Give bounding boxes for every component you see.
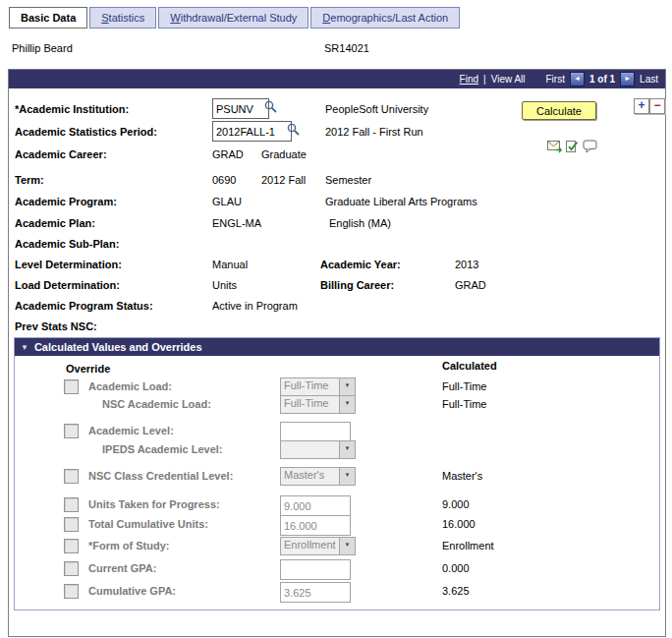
academic-statistics-period-input[interactable] xyxy=(212,121,292,142)
checklist-icon[interactable] xyxy=(565,140,582,154)
label-billing-career: Billing Career: xyxy=(320,279,394,291)
value-academic-program-status: Active in Program xyxy=(212,300,298,312)
override-row-total-cumulative-units: Total Cumulative Units: 16.000 xyxy=(15,515,659,533)
units-taken-input[interactable] xyxy=(280,495,351,516)
label-current-gpa: Current GPA: xyxy=(88,562,156,574)
ipeds-academic-level-select-value xyxy=(281,441,339,458)
nsc-academic-load-select[interactable]: Full-Time ▼ xyxy=(280,395,356,414)
calculated-cumulative-gpa: 3.625 xyxy=(442,585,470,597)
person-id: SR14021 xyxy=(324,42,369,54)
academic-load-select-value: Full-Time xyxy=(281,378,339,395)
lookup-institution-icon[interactable] xyxy=(264,100,278,114)
label-nsc-academic-load: NSC Academic Load: xyxy=(102,398,211,410)
lookup-stats-period-icon[interactable] xyxy=(287,123,301,137)
override-row-nsc-class-credential-level: NSC Class Credential Level: Master's ▼ M… xyxy=(15,467,659,485)
tab-statistics[interactable]: Statistics xyxy=(89,7,156,29)
first-link[interactable]: First xyxy=(546,74,565,85)
notify-icon[interactable] xyxy=(547,140,564,154)
previous-row-button[interactable]: ◄ xyxy=(570,72,585,87)
calculated-total-cumulative-units: 16.000 xyxy=(442,518,476,530)
nsc-class-credential-level-select[interactable]: Master's ▼ xyxy=(280,467,356,486)
desc-academic-program: Graduate Liberal Arts Programs xyxy=(325,196,477,207)
delete-row-button[interactable]: − xyxy=(649,98,665,114)
tab-withdrawal-external-study[interactable]: Withdrawal/External Study xyxy=(158,7,308,29)
label-form-of-study: *Form of Study: xyxy=(88,540,170,551)
last-link[interactable]: Last xyxy=(640,74,658,85)
dropdown-arrow-icon: ▼ xyxy=(339,378,355,395)
next-row-button[interactable]: ► xyxy=(620,72,635,87)
label-academic-program: Academic Program: xyxy=(15,196,117,207)
label-total-cumulative-units: Total Cumulative Units: xyxy=(88,518,208,530)
page: Basic Data Statistics Withdrawal/Externa… xyxy=(0,0,672,638)
override-row-current-gpa: Current GPA: 0.000 xyxy=(15,559,659,577)
academic-level-input[interactable] xyxy=(280,422,351,442)
academic-load-select[interactable]: Full-Time ▼ xyxy=(280,377,356,396)
override-academic-load-checkbox[interactable] xyxy=(64,379,79,394)
row-counter: 1 of 1 xyxy=(589,74,615,85)
desc-academic-career: Graduate xyxy=(261,148,307,160)
tab-bar: Basic Data Statistics Withdrawal/Externa… xyxy=(9,7,460,29)
dropdown-arrow-icon: ▼ xyxy=(339,441,355,458)
dropdown-arrow-icon: ▼ xyxy=(339,538,355,554)
previous-icon: ◄ xyxy=(574,75,581,82)
override-row-academic-level: Academic Level: xyxy=(15,422,659,439)
label-academic-program-status: Academic Program Status: xyxy=(15,300,153,312)
grid-navigation-bar: Find | View All First ◄ 1 of 1 ► Last xyxy=(9,70,665,88)
form-of-study-select-value: Enrollment xyxy=(281,538,339,554)
override-row-academic-load: Academic Load: Full-Time ▼ Full-Time xyxy=(15,377,659,395)
calculate-button[interactable]: Calculate xyxy=(522,101,596,120)
calculated-units-taken: 9.000 xyxy=(442,498,470,510)
section-header-calculated-values[interactable]: ▼ Calculated Values and Overrides xyxy=(15,338,659,356)
calculated-current-gpa: 0.000 xyxy=(442,562,470,574)
desc-stats-period: 2012 Fall - First Run xyxy=(325,126,423,138)
label-term: Term: xyxy=(15,174,44,186)
total-cumulative-units-input[interactable] xyxy=(280,515,351,536)
override-form-of-study-checkbox[interactable] xyxy=(64,539,79,553)
academic-institution-input[interactable] xyxy=(212,98,269,119)
calculated-form-of-study: Enrollment xyxy=(442,540,494,551)
value-academic-plan: ENGL-MA xyxy=(212,217,261,229)
collapse-icon: ▼ xyxy=(21,343,28,352)
override-units-taken-checkbox[interactable] xyxy=(64,497,79,512)
current-gpa-input[interactable] xyxy=(280,559,351,580)
tab-basic-data[interactable]: Basic Data xyxy=(9,7,87,29)
override-nsc-class-credential-checkbox[interactable] xyxy=(64,469,79,484)
basic-data-group-box: Find | View All First ◄ 1 of 1 ► Last *A… xyxy=(8,69,666,637)
calculated-values-section: ▼ Calculated Values and Overrides Overri… xyxy=(14,337,660,610)
label-academic-plan: Academic Plan: xyxy=(15,217,95,229)
value-term-desc: 2012 Fall xyxy=(261,174,306,186)
next-icon: ► xyxy=(624,75,631,82)
navbar-separator: | xyxy=(483,74,486,85)
override-academic-level-checkbox[interactable] xyxy=(64,424,79,438)
find-link[interactable]: Find xyxy=(460,74,478,85)
override-total-cumulative-units-checkbox[interactable] xyxy=(64,517,79,532)
label-load-determination: Load Determination: xyxy=(15,279,120,291)
section-title: Calculated Values and Overrides xyxy=(34,341,202,353)
value-academic-year: 2013 xyxy=(455,259,478,270)
tab-demographics-last-action[interactable]: Demographics/Last Action xyxy=(310,7,460,29)
column-header-override: Override xyxy=(66,363,110,375)
override-row-form-of-study: *Form of Study: Enrollment ▼ Enrollment xyxy=(15,537,659,554)
label-units-taken: Units Taken for Progress: xyxy=(88,498,220,510)
nsc-academic-load-select-value: Full-Time xyxy=(281,396,339,413)
override-cumulative-gpa-checkbox[interactable] xyxy=(64,584,79,599)
form-of-study-select[interactable]: Enrollment ▼ xyxy=(280,537,356,555)
calculated-nsc-class-credential-level: Master's xyxy=(442,470,482,482)
add-row-button[interactable]: + xyxy=(634,98,649,114)
comment-icon[interactable] xyxy=(583,140,599,154)
dropdown-arrow-icon: ▼ xyxy=(339,396,355,413)
label-prev-stats-nsc: Prev Stats NSC: xyxy=(15,320,97,332)
calculated-academic-load: Full-Time xyxy=(442,380,486,392)
nsc-class-credential-level-select-value: Master's xyxy=(281,468,339,485)
ipeds-academic-level-select[interactable]: ▼ xyxy=(280,440,356,459)
dropdown-arrow-icon: ▼ xyxy=(339,468,355,485)
cumulative-gpa-input[interactable] xyxy=(280,582,351,603)
view-all-link[interactable]: View All xyxy=(491,74,526,85)
override-current-gpa-checkbox[interactable] xyxy=(64,561,79,576)
label-nsc-class-credential-level: NSC Class Credential Level: xyxy=(88,470,233,482)
value-level-determination: Manual xyxy=(212,259,248,270)
label-academic-year: Academic Year: xyxy=(320,259,401,270)
override-row-nsc-academic-load: NSC Academic Load: Full-Time ▼ Full-Time xyxy=(15,395,659,413)
person-name: Phillip Beard xyxy=(12,42,73,54)
label-academic-sub-plan: Academic Sub-Plan: xyxy=(15,238,119,250)
